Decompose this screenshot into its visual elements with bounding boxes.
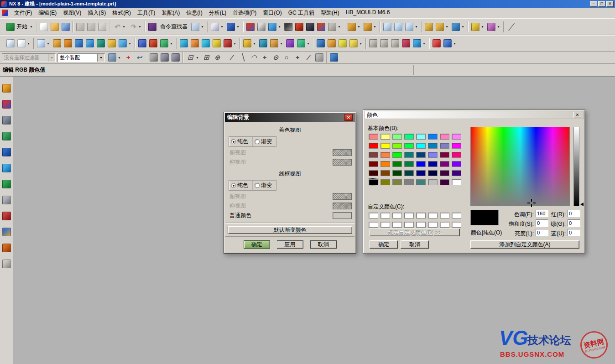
system-materials-tab-icon[interactable] bbox=[1, 195, 12, 205]
basic-color-swatch[interactable] bbox=[380, 170, 390, 176]
basic-color-swatch[interactable] bbox=[440, 161, 449, 167]
basic-color-swatch[interactable] bbox=[440, 179, 449, 185]
basic-color-swatch[interactable] bbox=[452, 161, 461, 167]
basic-color-swatch[interactable] bbox=[380, 152, 390, 158]
window-tab-icon[interactable] bbox=[1, 259, 12, 269]
move-component-icon[interactable] bbox=[337, 38, 348, 49]
plain-color-swatch[interactable] bbox=[333, 212, 352, 219]
toolbar-grip[interactable] bbox=[2, 38, 3, 48]
paste-icon[interactable] bbox=[97, 21, 108, 32]
scale-body-icon[interactable] bbox=[285, 38, 296, 49]
constraint-navigator-icon[interactable]: ▾ bbox=[404, 21, 420, 32]
basic-color-swatch[interactable] bbox=[392, 134, 402, 140]
add-to-custom-colors-button[interactable]: 添加到自定义颜色(A) bbox=[470, 240, 579, 249]
pan-icon[interactable]: ⊞ bbox=[201, 52, 212, 63]
ok-button[interactable]: 确定 bbox=[244, 240, 270, 249]
dropdown-arrow-icon[interactable]: ▾ bbox=[252, 42, 256, 46]
custom-color-swatch[interactable] bbox=[404, 213, 414, 218]
custom-color-swatch[interactable] bbox=[416, 213, 426, 218]
wcs-dynamics-icon[interactable] bbox=[423, 21, 434, 32]
custom-color-swatch[interactable] bbox=[452, 213, 461, 218]
edit-background-titlebar[interactable]: 编辑背景 ✕ bbox=[225, 113, 355, 122]
custom-color-swatch[interactable] bbox=[440, 222, 449, 228]
custom-color-swatch[interactable] bbox=[380, 213, 390, 218]
wireframe-bottom-swatch[interactable] bbox=[333, 203, 352, 209]
chamfer-icon[interactable] bbox=[189, 38, 200, 49]
dropdown-arrow-icon[interactable]: ▾ bbox=[138, 25, 142, 29]
translucency-icon[interactable] bbox=[390, 38, 401, 49]
snap-end-icon[interactable]: ∕ bbox=[226, 52, 237, 63]
subtract-icon[interactable] bbox=[148, 38, 159, 49]
history-tab-icon[interactable] bbox=[1, 179, 12, 189]
dropdown-arrow-icon[interactable]: ▾ bbox=[26, 42, 31, 46]
shaded-solid-radio[interactable]: 纯色 bbox=[229, 137, 252, 146]
custom-color-swatch[interactable] bbox=[416, 222, 426, 228]
basic-color-swatch[interactable] bbox=[440, 143, 449, 149]
basic-color-swatch[interactable] bbox=[416, 152, 426, 158]
basic-color-swatch[interactable] bbox=[404, 152, 414, 158]
basic-color-swatch[interactable] bbox=[428, 134, 438, 140]
menu-item-11[interactable]: 窗口(O) bbox=[260, 8, 285, 18]
sketch-icon[interactable] bbox=[5, 38, 16, 49]
blue-input[interactable] bbox=[568, 229, 580, 236]
basic-color-swatch[interactable] bbox=[392, 170, 402, 176]
default-gradient-button[interactable]: 默认渐变颜色 bbox=[228, 226, 352, 234]
constraint-navigator-tab-icon[interactable] bbox=[1, 115, 12, 125]
face-edges-icon[interactable] bbox=[379, 38, 390, 49]
cut-icon[interactable] bbox=[75, 21, 86, 32]
basic-color-swatch[interactable] bbox=[428, 152, 438, 158]
web-browser-tab-icon[interactable] bbox=[1, 163, 12, 173]
type-filter-icon[interactable]: ▾ bbox=[107, 52, 123, 63]
screen-dialog-icon[interactable]: ▾ bbox=[209, 21, 225, 32]
wireframe-top-swatch[interactable] bbox=[333, 193, 352, 200]
unite-icon[interactable] bbox=[137, 38, 148, 49]
part-navigator-tab-icon[interactable] bbox=[1, 131, 12, 141]
basic-color-swatch[interactable] bbox=[369, 134, 378, 140]
basic-color-swatch[interactable] bbox=[452, 152, 461, 158]
boss-icon[interactable] bbox=[84, 38, 95, 49]
menu-item-5[interactable]: 格式(R) bbox=[109, 8, 134, 18]
wireframe-contrast-icon[interactable] bbox=[368, 38, 379, 49]
wcs-orient-icon[interactable]: ▾ bbox=[434, 21, 450, 32]
menu-item-9[interactable]: 分析(L) bbox=[206, 8, 230, 18]
dropdown-arrow-icon[interactable]: ▾ bbox=[337, 25, 341, 29]
basic-color-swatch[interactable] bbox=[392, 152, 402, 158]
datum-csys-icon[interactable]: ▾ bbox=[450, 21, 466, 32]
command-finder-label[interactable]: 命令查找器 bbox=[158, 21, 190, 32]
roles-tab-icon[interactable] bbox=[1, 83, 12, 94]
hole-icon[interactable] bbox=[73, 38, 84, 49]
snap-handle-icon[interactable] bbox=[170, 52, 181, 63]
rotate-rings-icon[interactable] bbox=[294, 21, 305, 32]
dropdown-arrow-icon[interactable]: ▾ bbox=[279, 42, 283, 46]
dropdown-arrow-icon[interactable]: ▾ bbox=[453, 42, 457, 46]
custom-color-swatch[interactable] bbox=[392, 213, 402, 218]
basic-color-swatch[interactable] bbox=[380, 179, 390, 185]
copy-icon[interactable] bbox=[86, 21, 97, 32]
basic-color-swatch[interactable] bbox=[416, 134, 426, 140]
basic-color-swatch[interactable] bbox=[428, 170, 438, 176]
snap-circle-icon[interactable]: ○ bbox=[281, 52, 292, 63]
undo-icon[interactable]: ↶▾ bbox=[111, 21, 127, 32]
snap-intersection-icon[interactable]: + bbox=[259, 52, 270, 63]
wireframe-solid-radio[interactable]: 纯色 bbox=[229, 181, 252, 190]
intersect-icon[interactable]: ▾ bbox=[159, 38, 175, 49]
cancel-button[interactable]: 取消 bbox=[310, 240, 337, 249]
dropdown-arrow-icon[interactable]: ▾ bbox=[128, 42, 132, 46]
hue-input[interactable] bbox=[536, 210, 548, 217]
process-studio-tab-icon[interactable] bbox=[1, 211, 12, 221]
assembly-icon[interactable] bbox=[315, 38, 326, 49]
menu-item-3[interactable]: 视图(V) bbox=[60, 8, 84, 18]
display-mode-icon[interactable] bbox=[256, 21, 267, 32]
datum-plane-icon[interactable]: ▾ bbox=[36, 38, 52, 49]
hue-saturation-field[interactable] bbox=[470, 127, 570, 206]
basic-color-swatch[interactable] bbox=[440, 170, 449, 176]
basic-color-swatch[interactable] bbox=[440, 152, 449, 158]
luminance-bar[interactable] bbox=[573, 127, 579, 206]
basic-color-swatch[interactable] bbox=[452, 143, 461, 149]
dropdown-arrow-icon[interactable]: ▾ bbox=[461, 25, 465, 29]
draft-icon[interactable] bbox=[200, 38, 211, 49]
dropdown-arrow-icon[interactable]: ▾ bbox=[422, 42, 426, 46]
shaded-top-swatch[interactable] bbox=[333, 149, 352, 156]
add-component-icon[interactable] bbox=[326, 38, 337, 49]
assembly-navigator-tab-icon[interactable] bbox=[1, 99, 12, 109]
